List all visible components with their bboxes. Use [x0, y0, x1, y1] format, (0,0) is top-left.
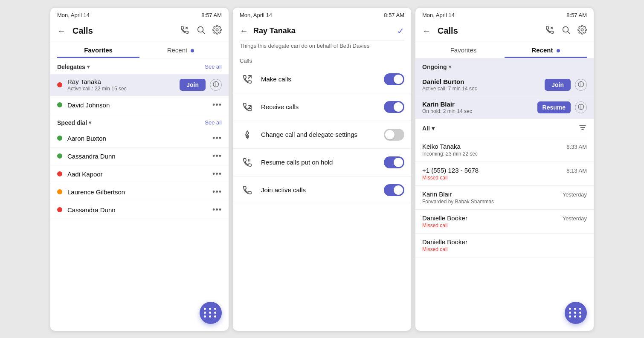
karin-sub: On hold: 2 min 14 sec [422, 108, 537, 114]
search-icon-3[interactable] [561, 25, 571, 37]
speed-dial-item-cassandra1[interactable]: Cassandra Dunn ••• [50, 147, 229, 165]
ongoing-label[interactable]: Ongoing ▾ [422, 64, 451, 70]
speed-dial-item-aaron[interactable]: Aaron Buxton ••• [50, 130, 229, 147]
filter-icon[interactable] [578, 123, 587, 133]
daniel-actions: Join ⓘ [545, 79, 587, 91]
recent-item-danielle1[interactable]: Danielle Booker Missed call Yesterday [415, 210, 594, 234]
make-calls-icon [240, 72, 255, 87]
karin2-name: Karin Blair [422, 191, 563, 198]
calls-icon-3[interactable] [545, 25, 554, 37]
delegates-label[interactable]: Delegates ▾ [57, 64, 90, 70]
fab-1[interactable] [200, 302, 222, 324]
speed-dial-label[interactable]: Speed dial ▾ [57, 119, 91, 126]
receive-calls-icon [240, 99, 255, 115]
cassandra1-info: Cassandra Dunn [67, 153, 212, 160]
recent-item-keiko[interactable]: Keiko Tanaka Incoming: 23 min 22 sec 8:3… [415, 138, 594, 162]
join-button-daniel[interactable]: Join [545, 79, 571, 91]
more-button-aaron[interactable]: ••• [212, 134, 222, 143]
aadi-name: Aadi Kapoor [67, 170, 212, 178]
back-button-3[interactable]: ← [422, 26, 431, 36]
svg-point-2 [216, 29, 218, 31]
danielle1-info: Danielle Booker Missed call [422, 214, 563, 228]
screen-3: Mon, April 14 8:57 AM ← Calls [415, 7, 594, 331]
change-settings-icon [240, 127, 255, 142]
tab-recent-3[interactable]: Recent [505, 41, 587, 58]
permission-join-calls: Join active calls [233, 176, 411, 204]
ongoing-item-karin[interactable]: Karin Blair On hold: 2 min 14 sec Resume… [415, 96, 594, 119]
date-3: Mon, April 14 [422, 12, 455, 18]
delegate-item-david-johnson[interactable]: David Johnson ••• [50, 96, 229, 114]
recent-item-danielle2[interactable]: Danielle Booker Missed call [415, 234, 594, 257]
join-calls-label: Join active calls [261, 186, 384, 194]
daniel-info: Daniel Burton Active call: 7 min 14 sec [422, 78, 545, 92]
phone-sub: Missed call [422, 175, 566, 181]
tab-favorites-3[interactable]: Favorites [422, 41, 505, 58]
karin-info: Karin Blair On hold: 2 min 14 sec [422, 101, 537, 114]
time-1: 8:57 AM [201, 12, 222, 18]
permission-make-calls: Make calls [233, 66, 411, 93]
make-calls-toggle[interactable] [384, 73, 404, 85]
danielle2-sub: Missed call [422, 246, 587, 252]
phone-name: +1 (555) 123 - 5678 [422, 167, 566, 174]
status-bar-3: Mon, April 14 8:57 AM [415, 8, 594, 22]
recent-item-phone[interactable]: +1 (555) 123 - 5678 Missed call 8:13 AM [415, 162, 594, 186]
all-filter: All ▾ [415, 119, 594, 138]
fab-3[interactable] [565, 302, 587, 324]
delegate-header: ← Ray Tanaka ✓ [233, 22, 411, 40]
david-johnson-info: David Johnson [67, 101, 212, 109]
cassandra1-name: Cassandra Dunn [67, 153, 212, 160]
delegates-see-all[interactable]: See all [205, 64, 222, 70]
recent-dot-1 [191, 49, 194, 52]
speed-dial-item-laurence[interactable]: Laurence Gilbertson ••• [50, 183, 229, 201]
calls-icon-1[interactable] [180, 25, 189, 37]
change-settings-toggle[interactable] [384, 129, 404, 141]
recent-item-karin2[interactable]: Karin Blair Forwarded by Babak Shammas Y… [415, 186, 594, 210]
tab-recent-1[interactable]: Recent [139, 41, 222, 58]
resume-button-karin[interactable]: Resume [537, 101, 571, 113]
screen-3-content: Ongoing ▾ Daniel Burton Active call: 7 m… [415, 58, 594, 331]
all-filter-label[interactable]: All ▾ [422, 125, 435, 132]
status-dot-red-cassandra2 [57, 207, 62, 212]
resume-calls-toggle[interactable] [384, 156, 404, 168]
search-icon-1[interactable] [196, 25, 206, 37]
settings-icon-3[interactable] [577, 25, 587, 37]
back-button-1[interactable]: ← [57, 26, 66, 36]
speed-dial-item-cassandra2[interactable]: Cassandra Dunn ••• [50, 201, 229, 219]
info-button-ray-tanaka[interactable]: ⓘ [210, 79, 222, 91]
more-button-david[interactable]: ••• [212, 101, 222, 110]
svg-line-9 [568, 32, 570, 34]
info-button-daniel[interactable]: ⓘ [575, 79, 587, 91]
status-bar-2: Mon, April 14 8:57 AM [233, 8, 411, 22]
receive-calls-toggle[interactable] [384, 101, 404, 113]
speed-dial-section-header: Speed dial ▾ See all [50, 114, 229, 130]
info-button-karin[interactable]: ⓘ [575, 101, 587, 113]
ongoing-item-daniel[interactable]: Daniel Burton Active call: 7 min 14 sec … [415, 74, 594, 96]
back-button-2[interactable]: ← [240, 26, 248, 36]
keiko-name: Keiko Tanaka [422, 143, 566, 150]
more-button-cassandra1[interactable]: ••• [212, 152, 222, 161]
time-3: 8:57 AM [566, 12, 587, 18]
all-filter-chevron: ▾ [432, 125, 435, 132]
join-calls-toggle[interactable] [384, 184, 404, 196]
laurence-name: Laurence Gilbertson [67, 188, 212, 196]
more-button-cassandra2[interactable]: ••• [212, 205, 222, 214]
time-2: 8:57 AM [384, 12, 404, 18]
check-icon[interactable]: ✓ [397, 26, 404, 36]
make-calls-label: Make calls [261, 75, 384, 83]
speed-dial-item-aadi[interactable]: Aadi Kapoor ••• [50, 165, 229, 183]
danielle1-sub: Missed call [422, 222, 563, 228]
join-calls-icon [240, 182, 255, 198]
tab-favorites-1[interactable]: Favorites [57, 41, 139, 58]
phone-info: +1 (555) 123 - 5678 Missed call [422, 167, 566, 181]
settings-icon-1[interactable] [212, 25, 222, 37]
more-button-aadi[interactable]: ••• [212, 170, 222, 179]
svg-point-10 [581, 29, 583, 31]
more-button-laurence[interactable]: ••• [212, 188, 222, 196]
receive-calls-label: Receive calls [261, 103, 384, 110]
status-dot-green-aaron [57, 136, 62, 141]
cassandra2-name: Cassandra Dunn [67, 206, 212, 214]
join-button-ray-tanaka[interactable]: Join [180, 79, 206, 91]
delegate-item-ray-tanaka[interactable]: Ray Tanaka Active call : 22 min 15 sec J… [50, 74, 229, 96]
date-1: Mon, April 14 [57, 12, 90, 18]
speed-dial-see-all[interactable]: See all [205, 119, 222, 126]
